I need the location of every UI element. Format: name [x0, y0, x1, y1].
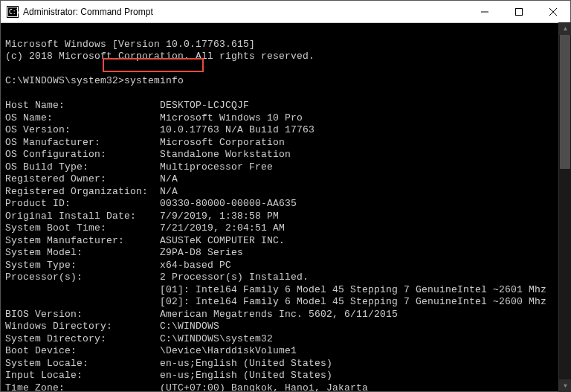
- scrollbar-thumb[interactable]: [560, 35, 570, 169]
- scroll-up-arrow-icon[interactable]: ▲: [559, 22, 571, 35]
- maximize-button[interactable]: [502, 1, 536, 22]
- window-title: Administrator: Command Prompt: [23, 7, 468, 17]
- close-icon: [549, 8, 557, 16]
- info-value: 10.0.17763 N/A Build 17763: [160, 124, 314, 137]
- info-label: Time Zone:: [5, 382, 160, 392]
- info-label: OS Configuration:: [5, 149, 160, 161]
- info-label: BIOS Version:: [5, 309, 160, 321]
- maximize-icon: [515, 8, 523, 16]
- header-line-2: (c) 2018 Microsoft Corporation. All righ…: [5, 51, 314, 62]
- systeminfo-output: Host Name:DESKTOP-LCJCQJFOS Name:Microso…: [5, 100, 566, 391]
- processor-line: [02]: Intel64 Family 6 Model 45 Stepping…: [5, 296, 566, 309]
- info-value: \Device\HarddiskVolume1: [160, 345, 297, 358]
- minimize-button[interactable]: [468, 1, 502, 22]
- header-line-1: Microsoft Windows [Version 10.0.17763.61…: [5, 39, 255, 50]
- info-row: OS Name:Microsoft Windows 10 Pro: [5, 112, 566, 125]
- vertical-scrollbar[interactable]: ▲ ▼: [558, 22, 571, 392]
- info-label: OS Build Type:: [5, 161, 160, 174]
- info-row: Registered Organization:N/A: [5, 186, 566, 199]
- info-row: System Directory:C:\WINDOWS\system32: [5, 333, 566, 346]
- info-value: N/A: [160, 186, 178, 199]
- info-label: System Directory:: [5, 333, 160, 346]
- info-value: American Megatrends Inc. 5602, 6/11/2015: [160, 309, 398, 321]
- info-row: Time Zone:(UTC+07:00) Bangkok, Hanoi, Ja…: [5, 382, 566, 392]
- info-value: 2 Processor(s) Installed.: [160, 271, 309, 284]
- cmd-icon: C:\: [7, 6, 19, 18]
- info-label: OS Manufacturer:: [5, 137, 160, 150]
- svg-rect-5: [516, 8, 523, 15]
- info-value: C:\WINDOWS: [160, 321, 219, 333]
- titlebar[interactable]: C:\ Administrator: Command Prompt: [1, 1, 570, 23]
- info-row: Input Locale:en-us;English (United State…: [5, 370, 566, 382]
- info-label: Windows Directory:: [5, 321, 160, 333]
- info-row: Host Name:DESKTOP-LCJCQJF: [5, 100, 566, 112]
- info-value: DESKTOP-LCJCQJF: [160, 100, 249, 112]
- info-row: Registered Owner:N/A: [5, 173, 566, 186]
- info-value: (UTC+07:00) Bangkok, Hanoi, Jakarta: [160, 382, 368, 392]
- info-label: System Model:: [5, 247, 160, 260]
- info-value: Multiprocessor Free: [160, 161, 273, 174]
- info-value: Microsoft Windows 10 Pro: [160, 112, 303, 125]
- info-label: Boot Device:: [5, 345, 160, 358]
- info-value: Z9PA-D8 Series: [160, 247, 243, 260]
- scroll-down-arrow-icon[interactable]: ▼: [559, 379, 571, 392]
- info-row: OS Build Type:Multiprocessor Free: [5, 161, 566, 174]
- info-value: Microsoft Corporation: [160, 137, 285, 150]
- info-label: System Locale:: [5, 358, 160, 370]
- window-controls: [468, 1, 570, 22]
- info-value: 7/9/2019, 1:38:58 PM: [160, 211, 279, 223]
- info-value: en-us;English (United States): [160, 370, 332, 382]
- svg-text:C:\: C:\: [9, 9, 19, 16]
- info-value: 00330-80000-00000-AA635: [160, 198, 297, 211]
- info-row: Product ID:00330-80000-00000-AA635: [5, 198, 566, 211]
- command-prompt-window: C:\ Administrator: Command Prompt Micros…: [0, 0, 571, 392]
- info-row: System Boot Time:7/21/2019, 2:04:51 AM: [5, 222, 566, 235]
- info-label: Registered Organization:: [5, 186, 160, 199]
- info-row: System Type:x64-based PC: [5, 260, 566, 272]
- info-label: System Boot Time:: [5, 222, 160, 235]
- info-value: Standalone Workstation: [160, 149, 291, 161]
- info-label: Host Name:: [5, 100, 160, 112]
- info-value: C:\WINDOWS\system32: [160, 333, 273, 346]
- info-label: System Manufacturer:: [5, 235, 160, 248]
- close-button[interactable]: [536, 1, 570, 22]
- info-row: System Manufacturer:ASUSTeK COMPUTER INC…: [5, 235, 566, 248]
- info-label: System Type:: [5, 260, 160, 272]
- info-label: OS Name:: [5, 112, 160, 125]
- minimize-icon: [481, 8, 488, 16]
- info-label: OS Version:: [5, 124, 160, 137]
- info-value: x64-based PC: [160, 260, 231, 272]
- info-label: Product ID:: [5, 198, 160, 211]
- prompt-path: C:\WINDOWS\system32>: [5, 75, 124, 86]
- info-value: ASUSTeK COMPUTER INC.: [160, 235, 285, 248]
- info-row: Original Install Date:7/9/2019, 1:38:58 …: [5, 211, 566, 223]
- info-row: OS Manufacturer:Microsoft Corporation: [5, 137, 566, 150]
- info-label: Registered Owner:: [5, 173, 160, 186]
- info-row: OS Version:10.0.17763 N/A Build 17763: [5, 124, 566, 137]
- info-row: BIOS Version:American Megatrends Inc. 56…: [5, 309, 566, 321]
- info-label: Original Install Date:: [5, 211, 160, 223]
- info-row: Boot Device:\Device\HarddiskVolume1: [5, 345, 566, 358]
- info-row: OS Configuration:Standalone Workstation: [5, 149, 566, 161]
- processor-line: [01]: Intel64 Family 6 Model 45 Stepping…: [5, 284, 566, 297]
- info-value: en-us;English (United States): [160, 358, 332, 370]
- info-row: System Model:Z9PA-D8 Series: [5, 247, 566, 260]
- info-label: Processor(s):: [5, 271, 160, 284]
- info-value: 7/21/2019, 2:04:51 AM: [160, 222, 285, 235]
- info-value: N/A: [160, 173, 178, 186]
- info-row: Processor(s):2 Processor(s) Installed.: [5, 271, 566, 284]
- prompt-command: systeminfo: [124, 75, 184, 86]
- info-row: System Locale:en-us;English (United Stat…: [5, 358, 566, 370]
- info-row: Windows Directory:C:\WINDOWS: [5, 321, 566, 333]
- terminal-output[interactable]: Microsoft Windows [Version 10.0.17763.61…: [1, 23, 570, 391]
- info-label: Input Locale:: [5, 370, 160, 382]
